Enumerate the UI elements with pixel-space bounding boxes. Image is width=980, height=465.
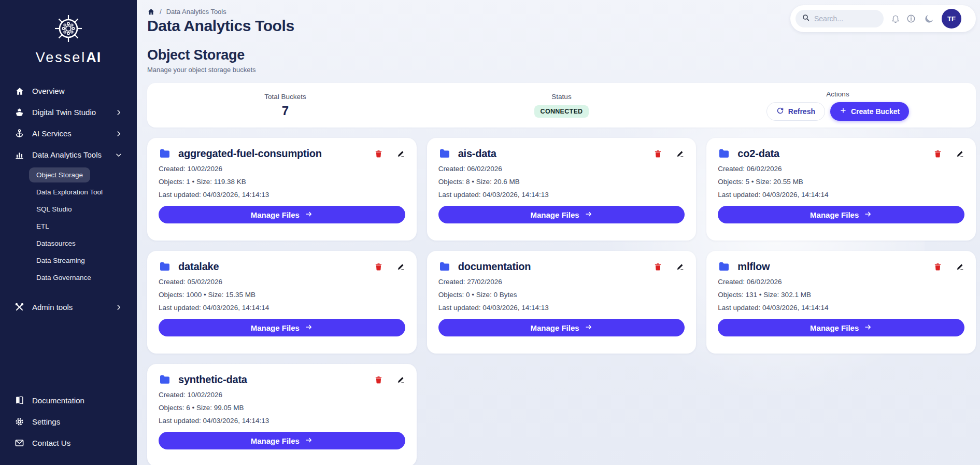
trash-icon (654, 262, 662, 271)
arrow-right-icon (305, 210, 313, 220)
refresh-icon (776, 107, 784, 116)
pencil-icon (676, 149, 685, 158)
delete-bucket-button[interactable] (374, 375, 383, 384)
sidebar-subitem-data-governance[interactable]: Data Governance (29, 270, 98, 285)
edit-bucket-button[interactable] (676, 262, 685, 271)
bucket-created: Created: 05/02/2026 (159, 278, 405, 286)
breadcrumb-home-icon[interactable] (147, 8, 155, 16)
manage-files-button[interactable]: Manage Files (438, 206, 685, 223)
manage-files-button[interactable]: Manage Files (159, 319, 405, 336)
sidebar-item-contact-us[interactable]: Contact Us (0, 432, 137, 454)
sidebar-item-documentation[interactable]: Documentation (0, 390, 137, 411)
manage-files-button[interactable]: Manage Files (718, 319, 964, 336)
home-icon (15, 86, 24, 96)
sidebar-subitem-data-exploration-tool[interactable]: Data Exploration Tool (29, 185, 110, 200)
bucket-updated: Last updated: 04/03/2026, 14:14:13 (159, 417, 405, 425)
create-bucket-button[interactable]: Create Bucket (830, 102, 909, 121)
manage-files-button[interactable]: Manage Files (438, 319, 685, 336)
delete-bucket-button[interactable] (374, 149, 383, 158)
stats-panel: Total Buckets 7 Status CONNECTED Actions… (147, 83, 976, 128)
edit-bucket-button[interactable] (396, 149, 405, 158)
breadcrumb-separator: / (160, 8, 162, 16)
total-buckets-value: 7 (147, 104, 423, 118)
folder-icon (159, 260, 171, 273)
bucket-created: Created: 06/02/2026 (718, 278, 964, 286)
sidebar-item-admin-tools[interactable]: Admin tools (0, 297, 137, 318)
bucket-name: ais-data (458, 148, 496, 160)
folder-icon (438, 147, 451, 160)
dark-mode-moon-icon[interactable] (924, 13, 934, 24)
search-input[interactable] (814, 15, 871, 23)
sidebar-item-ai-services[interactable]: AI Services (0, 123, 137, 144)
delete-bucket-button[interactable] (374, 262, 383, 271)
bucket-card: synthetic-data Created: 10/02/2026 Objec… (147, 364, 417, 465)
bucket-card: ais-data Created: 06/02/2026 Objects: 8 … (427, 138, 697, 241)
stat-total-buckets: Total Buckets 7 (147, 93, 423, 118)
section-subtitle: Manage your object storage buckets (147, 66, 976, 74)
edit-bucket-button[interactable] (396, 262, 405, 271)
sidebar-footer: Documentation Settings Contact Us (0, 390, 137, 465)
delete-bucket-button[interactable] (654, 262, 662, 271)
edit-bucket-button[interactable] (396, 375, 405, 384)
bucket-name: documentation (458, 261, 531, 273)
avatar[interactable]: TF (942, 9, 961, 29)
manage-files-button[interactable]: Manage Files (159, 432, 405, 449)
bucket-objects-size: Objects: 5 • Size: 20.55 MB (718, 178, 964, 186)
chevron-right-icon (115, 130, 122, 137)
sidebar-item-label: AI Services (32, 129, 72, 138)
stat-actions: Actions Refresh Create Bucket (700, 90, 976, 121)
arrow-right-icon (864, 210, 872, 220)
bucket-card: mlflow Created: 06/02/2026 Objects: 131 … (706, 251, 976, 354)
sidebar-subitem-etl[interactable]: ETL (29, 219, 56, 234)
edit-bucket-button[interactable] (956, 149, 964, 158)
sidebar-item-label: Admin tools (32, 303, 73, 312)
folder-icon (718, 147, 730, 160)
sidebar-item-digital-twin-studio[interactable]: Digital Twin Studio (0, 102, 137, 123)
sidebar-subitem-data-streaming[interactable]: Data Streaming (29, 253, 92, 268)
bucket-name: co2-data (737, 148, 779, 160)
manage-files-button[interactable]: Manage Files (718, 206, 964, 223)
section-title: Object Storage (147, 47, 976, 63)
refresh-button[interactable]: Refresh (766, 102, 825, 121)
bucket-created: Created: 27/02/2026 (438, 278, 685, 286)
sidebar-subitem-sql-studio[interactable]: SQL Studio (29, 202, 79, 217)
arrow-right-icon (585, 210, 593, 220)
sidebar-item-label: Contact Us (32, 439, 70, 447)
brand-logo: VesselAI (0, 10, 137, 66)
search-icon (802, 13, 810, 24)
bucket-created: Created: 06/02/2026 (438, 165, 685, 173)
bucket-objects-size: Objects: 8 • Size: 20.6 MB (438, 178, 685, 186)
edit-bucket-button[interactable] (676, 149, 685, 158)
bucket-cards-grid: aggregated-fuel-consumption Created: 10/… (147, 138, 976, 465)
sidebar-subitem-datasources[interactable]: Datasources (29, 236, 83, 251)
bucket-objects-size: Objects: 1 • Size: 119.38 KB (159, 178, 405, 186)
bucket-name: datalake (178, 261, 219, 273)
main-content: / Data Analytics Tools Data Analytics To… (137, 0, 980, 465)
info-icon[interactable] (906, 14, 916, 23)
sidebar-subitem-object-storage[interactable]: Object Storage (29, 167, 90, 182)
book-icon (15, 396, 24, 405)
plus-icon (840, 107, 847, 116)
arrow-right-icon (864, 323, 872, 333)
sidebar-item-settings[interactable]: Settings (0, 411, 137, 432)
trash-icon (374, 375, 383, 384)
delete-bucket-button[interactable] (933, 262, 942, 271)
delete-bucket-button[interactable] (654, 149, 662, 158)
bell-icon[interactable] (891, 14, 900, 23)
bucket-objects-size: Objects: 1000 • Size: 15.35 MB (159, 291, 405, 299)
pencil-icon (396, 149, 405, 158)
anchor-icon (15, 129, 24, 138)
bucket-created: Created: 10/02/2026 (159, 165, 405, 173)
ship-wheel-logo-icon (0, 10, 137, 47)
app-root: VesselAI Overview Digital Twin Studio (0, 0, 980, 465)
breadcrumb-item[interactable]: Data Analytics Tools (166, 8, 226, 16)
bucket-name: mlflow (737, 261, 770, 273)
edit-bucket-button[interactable] (956, 262, 964, 271)
chevron-down-icon (115, 151, 122, 159)
sidebar-item-overview[interactable]: Overview (0, 80, 137, 102)
search-field[interactable] (796, 10, 884, 27)
delete-bucket-button[interactable] (933, 149, 942, 158)
topbar-controls: TF (790, 5, 976, 32)
sidebar-item-data-analytics-tools[interactable]: Data Analytics Tools (0, 144, 137, 165)
manage-files-button[interactable]: Manage Files (159, 206, 405, 223)
